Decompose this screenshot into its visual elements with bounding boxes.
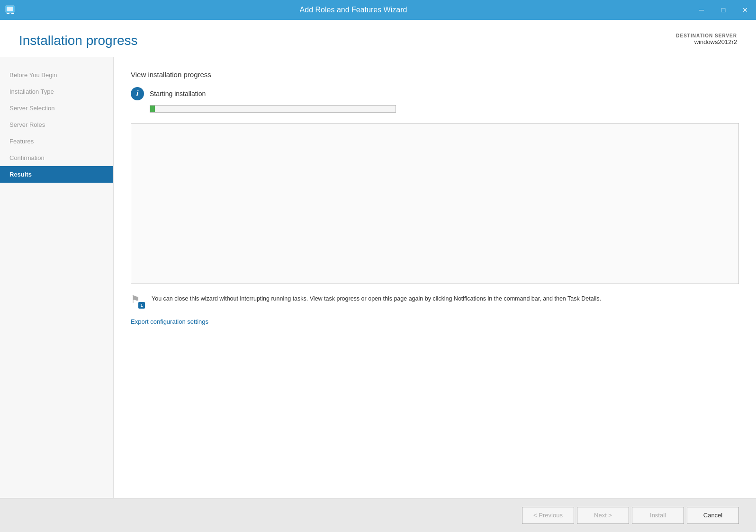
main-window: Installation progress DESTINATION SERVER… bbox=[0, 20, 756, 532]
notification-icon: ⚑ 1 bbox=[131, 294, 145, 309]
next-button[interactable]: Next > bbox=[577, 507, 629, 524]
export-link[interactable]: Export configuration settings bbox=[131, 318, 208, 325]
sidebar-item-server-selection: Server Selection bbox=[0, 100, 113, 116]
notification-text: You can close this wizard without interr… bbox=[152, 294, 601, 303]
previous-button[interactable]: < Previous bbox=[522, 507, 574, 524]
main-content: View installation progress i Starting in… bbox=[114, 57, 756, 498]
page-header: Installation progress DESTINATION SERVER… bbox=[0, 20, 756, 57]
sidebar: Before You Begin Installation Type Serve… bbox=[0, 57, 114, 498]
body: Before You Begin Installation Type Serve… bbox=[0, 57, 756, 498]
sidebar-item-confirmation: Confirmation bbox=[0, 150, 113, 166]
section-title: View installation progress bbox=[131, 71, 739, 79]
destination-label: DESTINATION SERVER bbox=[676, 33, 737, 38]
window-controls: ─ □ ✕ bbox=[691, 0, 756, 20]
status-text: Starting installation bbox=[150, 90, 206, 98]
minimize-button[interactable]: ─ bbox=[691, 0, 712, 20]
destination-info: DESTINATION SERVER windows2012r2 bbox=[676, 33, 737, 45]
cancel-button[interactable]: Cancel bbox=[687, 507, 739, 524]
svg-rect-3 bbox=[11, 13, 14, 14]
footer: < Previous Next > Install Cancel bbox=[0, 498, 756, 532]
notification-row: ⚑ 1 You can close this wizard without in… bbox=[131, 294, 739, 309]
sidebar-item-installation-type: Installation Type bbox=[0, 83, 113, 100]
progress-bar-inner bbox=[150, 106, 155, 112]
app-icon bbox=[5, 4, 16, 16]
content-area: Installation progress DESTINATION SERVER… bbox=[0, 20, 756, 498]
destination-server: windows2012r2 bbox=[676, 38, 737, 45]
info-icon: i bbox=[131, 87, 144, 100]
sidebar-item-features: Features bbox=[0, 133, 113, 150]
progress-bar-outer bbox=[150, 105, 396, 113]
install-button[interactable]: Install bbox=[632, 507, 684, 524]
close-button[interactable]: ✕ bbox=[734, 0, 756, 20]
svg-rect-2 bbox=[7, 13, 9, 14]
notification-badge: 1 bbox=[138, 302, 145, 309]
sidebar-item-before-you-begin: Before You Begin bbox=[0, 67, 113, 83]
svg-rect-1 bbox=[7, 7, 13, 11]
log-box bbox=[131, 123, 739, 284]
sidebar-item-server-roles: Server Roles bbox=[0, 116, 113, 133]
titlebar: Add Roles and Features Wizard ─ □ ✕ bbox=[0, 0, 756, 20]
status-row: i Starting installation bbox=[131, 87, 739, 100]
page-title: Installation progress bbox=[19, 33, 138, 48]
window-title: Add Roles and Features Wizard bbox=[16, 6, 691, 14]
progress-container bbox=[150, 105, 739, 113]
maximize-button[interactable]: □ bbox=[712, 0, 734, 20]
sidebar-item-results[interactable]: Results bbox=[0, 166, 113, 183]
